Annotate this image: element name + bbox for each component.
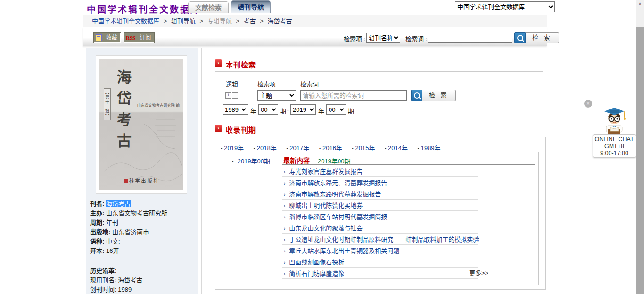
article-item[interactable]: ›山东龙山文化的聚落与社会 [282, 222, 478, 234]
journal-metadata: 刊名: 海岱考古 主办: 山东省文物考古研究所 周期: 年刊 出版地: 山东省济… [90, 199, 198, 294]
tab-label: 文献检索 [195, 4, 222, 11]
chat-mascot-icon[interactable] [600, 106, 629, 135]
article-arrow-icon: › [284, 203, 285, 209]
article-link[interactable]: 丁公遗址龙山文化时期蚌制品原料研究——蚌制品取料加工的模拟实验 [289, 236, 479, 243]
year-link[interactable]: 2015年 [355, 144, 375, 151]
rss-icon: RSS [124, 33, 137, 42]
chat-tooltip[interactable]: ONLINE CHAT GMT+8 9:00-17:00 [593, 134, 636, 158]
chat-close-icon[interactable]: × [584, 100, 592, 108]
article-list: ›寿光刘家官庄墓群发掘报告 ›济南市解放东路元、清墓葬发掘报告 ›济南市解放东路… [282, 166, 478, 279]
term-label: 检索词 [300, 79, 319, 88]
article-arrow-icon: › [284, 226, 285, 231]
toolbar-search-button[interactable]: 检 索 [514, 32, 559, 43]
scroll-up-arrow-icon[interactable]: ∧ [636, 0, 644, 8]
breadcrumb-item-database[interactable]: 中国学术辑刊全文数据库 [92, 17, 159, 25]
meta-value: 1989 [118, 286, 132, 293]
article-link[interactable]: 济南市解放东路元、清墓葬发掘报告 [289, 179, 387, 186]
chat-line-3: 9:00-17:00 [594, 150, 635, 157]
rss-subscribe-button[interactable]: RSS 订阅 [124, 32, 155, 43]
breadcrumb-item-navigation[interactable]: 辑刊导航 [171, 17, 196, 25]
breadcrumb-item-current: 海岱考古 [267, 17, 292, 25]
year-tab[interactable]: ▪2016年 [319, 143, 342, 151]
article-item[interactable]: ›章丘大站水库东北出土青铜器及相关问题 [282, 245, 478, 256]
article-link[interactable]: 淄博市临淄区车站村明代墓发掘简报 [289, 213, 387, 220]
year-tab[interactable]: ▪2017年 [286, 143, 309, 151]
scrollbar[interactable]: ∧ [636, 0, 644, 294]
meta-row-format: 开本: 16开 [90, 246, 198, 256]
tab-journal-navigation[interactable]: 辑刊导航 [231, 0, 271, 13]
search-term-input[interactable] [300, 90, 407, 101]
issue-to-select[interactable]: 00 [326, 104, 346, 115]
article-link[interactable]: 章丘大站水库东北出土青铜器及相关问题 [289, 247, 399, 254]
article-link[interactable]: 凹面线刻画像石探析 [289, 259, 344, 266]
more-link[interactable]: 更多>> [469, 268, 488, 277]
breadcrumb-item-category[interactable]: 考古 [244, 17, 256, 25]
article-item[interactable]: ›丁公遗址龙山文化时期蚌制品原料研究——蚌制品取料加工的模拟实验 [282, 234, 478, 245]
breadcrumb: 中国学术辑刊全文数据库 > 辑刊导航 > 专辑导航 > 考古 > 海岱考古 [83, 15, 547, 28]
search-field-select[interactable]: 主题 [257, 90, 296, 101]
year-to-select[interactable]: 2019 [290, 104, 316, 115]
year-tab[interactable]: ▪2015年 [352, 143, 375, 151]
bullet-icon: ▪ [352, 146, 353, 151]
add-condition-button[interactable]: + [225, 92, 231, 99]
year-tab[interactable]: ▪1989年 [417, 143, 440, 151]
toolbar-search-input[interactable] [428, 33, 512, 43]
bullet-icon: ▪ [319, 146, 321, 151]
article-arrow-icon: › [284, 237, 285, 243]
breadcrumb-separator: > [164, 17, 167, 25]
issue-from-select[interactable]: 00 [258, 104, 278, 115]
field-label: 检索项 [257, 79, 276, 88]
year-tab[interactable]: ▪2018年 [254, 143, 277, 151]
year-tab[interactable]: ▪2019年 [221, 143, 244, 151]
toolbar-search-field-select[interactable]: 辑刊名称 [366, 33, 400, 43]
article-link[interactable]: 简析石门坊摩崖造像 [289, 270, 344, 277]
article-arrow-icon: › [284, 271, 285, 277]
article-link[interactable]: 山东龙山文化的聚落与社会 [289, 225, 363, 232]
favorite-button[interactable]: 收藏 [93, 32, 121, 43]
article-item[interactable]: ›淄博市临淄区车站村明代墓发掘简报 [282, 211, 478, 222]
year-link[interactable]: 2016年 [322, 144, 342, 151]
year-link[interactable]: 2017年 [289, 144, 309, 151]
article-item[interactable]: ›聊城出土明代陈赞化买地券 [282, 200, 478, 211]
article-item[interactable]: ›寿光刘家官庄墓群发掘报告 [282, 166, 478, 177]
article-item[interactable]: ›简析石门坊摩崖造像 [282, 268, 478, 279]
section-arrow-icon: › [215, 59, 222, 67]
bullet-icon: ▪ [286, 146, 288, 151]
article-item[interactable]: ›济南市解放东路元、清墓葬发掘报告 [282, 177, 478, 188]
issue-link[interactable]: 2019年00期 [238, 158, 270, 165]
cover-editor: 山东省文物考古研究院 编 [137, 102, 180, 108]
article-link[interactable]: 聊城出土明代陈赞化买地券 [289, 202, 363, 209]
journal-cover-image: 海岱考古 【第十二辑】 山东省文物考古研究院 编 科学出版社 [99, 59, 183, 190]
chat-line-2: GMT+8 [594, 143, 635, 150]
article-link[interactable]: 寿光刘家官庄墓群发掘报告 [289, 168, 363, 175]
meta-value: 16开 [106, 247, 119, 254]
issue-suffix: 期 [348, 106, 354, 115]
year-tab[interactable]: ▪2014年 [385, 143, 408, 151]
year-link[interactable]: 2019年 [224, 144, 244, 151]
vertical-divider [201, 48, 202, 294]
article-arrow-icon: › [284, 181, 285, 186]
article-item[interactable]: ›凹面线刻画像石探析 [282, 256, 478, 268]
database-select[interactable]: 中国学术辑刊全文数据库 [455, 1, 555, 12]
year-link[interactable]: 1989年 [421, 144, 441, 151]
issue-list-item[interactable]: ▪ 2019年00期 [232, 156, 270, 165]
meta-label: 开本: [90, 247, 104, 254]
year-link[interactable]: 2014年 [388, 144, 408, 151]
year-link[interactable]: 2018年 [257, 144, 277, 151]
article-arrow-icon: › [284, 249, 285, 254]
meta-value: 山东省文物考古研究所 [106, 210, 167, 217]
bullet-icon: ▪ [417, 146, 419, 151]
journal-search-button[interactable]: 检 索 [411, 90, 456, 101]
search-icon [514, 32, 526, 43]
article-item[interactable]: ›济南市解放东路明代墓葬发掘报告 [282, 188, 478, 200]
rss-label: 订阅 [137, 33, 154, 42]
remove-condition-button[interactable]: − [232, 92, 238, 99]
meta-row-current-name: 现用刊名: 海岱考古 [90, 276, 198, 285]
year-from-select[interactable]: 1989 [223, 104, 248, 115]
breadcrumb-separator: > [200, 17, 204, 25]
scrollbar-thumb[interactable] [636, 27, 644, 294]
meta-label: 周期: [90, 219, 104, 226]
meta-row-founded: 创刊时间: 1989 [90, 285, 198, 294]
tab-document-search[interactable]: 文献检索 [188, 1, 229, 13]
article-link[interactable]: 济南市解放东路明代墓葬发掘报告 [289, 191, 381, 198]
